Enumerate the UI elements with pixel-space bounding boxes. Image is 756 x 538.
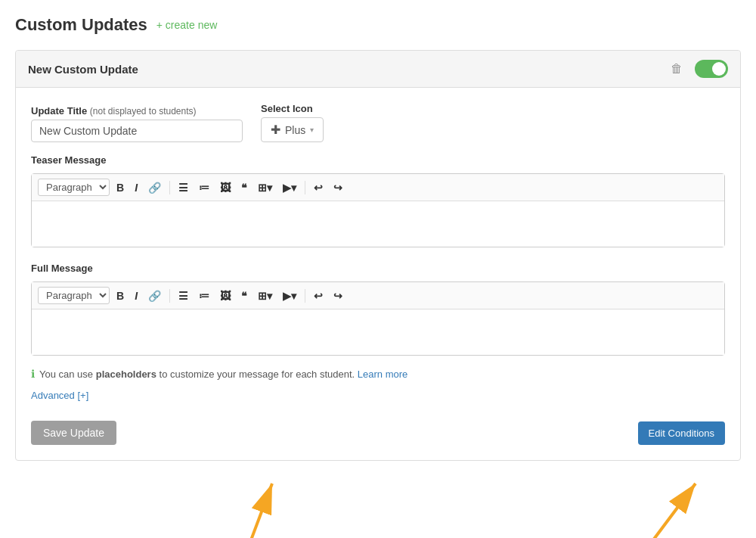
save-update-button[interactable]: Save Update: [31, 421, 116, 445]
full-bold-btn[interactable]: B: [113, 288, 128, 303]
teaser-quote-btn[interactable]: ❝: [237, 180, 251, 195]
update-title-input[interactable]: [31, 120, 243, 142]
title-icon-row: Update Title (not displayed to students)…: [31, 103, 725, 142]
update-title-label: Update Title (not displayed to students): [31, 105, 243, 117]
card-header-title: New Custom Update: [28, 63, 138, 76]
placeholder-text: You can use placeholders to customize yo…: [39, 369, 407, 380]
teaser-undo-btn[interactable]: ↩: [310, 180, 327, 195]
teaser-table-btn[interactable]: ⊞▾: [254, 180, 276, 195]
svg-line-2: [650, 484, 696, 538]
card-header: New Custom Update 🗑: [16, 51, 740, 88]
update-title-group: Update Title (not displayed to students): [31, 105, 243, 142]
trash-icon[interactable]: 🗑: [671, 62, 683, 76]
full-editor-body[interactable]: [32, 309, 724, 355]
full-italic-btn[interactable]: I: [131, 288, 141, 303]
learn-more-link[interactable]: Learn more: [358, 369, 407, 380]
full-link-btn[interactable]: 🔗: [144, 288, 165, 303]
icon-btn-label: Plus: [285, 124, 305, 136]
full-quote-btn[interactable]: ❝: [237, 288, 251, 303]
full-toolbar: Paragraph B I 🔗 ☰ ≔ 🖼 ❝ ⊞▾ ▶▾ ↩ ↪: [32, 282, 724, 309]
teaser-link-btn[interactable]: 🔗: [144, 180, 165, 195]
teaser-editor-body[interactable]: [32, 201, 724, 247]
teaser-toolbar: Paragraph B I 🔗 ☰ ≔ 🖼 ❝ ⊞▾ ▶▾ ↩ ↪: [32, 174, 724, 201]
create-new-header-link[interactable]: + create new: [156, 19, 218, 31]
teaser-italic-btn[interactable]: I: [131, 180, 141, 195]
full-video-btn[interactable]: ▶▾: [279, 288, 300, 303]
teaser-video-btn[interactable]: ▶▾: [279, 180, 300, 195]
full-table-btn[interactable]: ⊞▾: [254, 288, 276, 303]
placeholder-info: ℹ You can use placeholders to customize …: [31, 368, 725, 380]
arrows-svg: [15, 468, 756, 538]
edit-conditions-button[interactable]: Edit Conditions: [638, 421, 725, 445]
card-header-actions: 🗑: [671, 60, 728, 78]
placeholder-bold: placeholders: [96, 369, 156, 380]
toolbar-sep-4: [305, 289, 305, 303]
full-undo-btn[interactable]: ↩: [310, 288, 327, 303]
full-image-btn[interactable]: 🖼: [216, 288, 234, 303]
update-title-sublabel: (not displayed to students): [90, 106, 197, 117]
select-icon-label: Select Icon: [261, 103, 324, 114]
teaser-paragraph-select[interactable]: Paragraph: [38, 179, 110, 196]
custom-update-card: New Custom Update 🗑 Update Title (not di…: [15, 50, 741, 461]
svg-line-3: [249, 484, 272, 538]
page-header: Custom Updates + create new: [15, 15, 741, 35]
full-message-group: Full Message Paragraph B I 🔗 ☰ ≔ 🖼 ❝ ⊞▾ …: [31, 263, 725, 359]
teaser-ul-btn[interactable]: ☰: [175, 180, 192, 195]
chevron-down-icon: ▾: [310, 126, 314, 134]
toolbar-sep-2: [305, 181, 305, 194]
info-icon: ℹ: [31, 368, 35, 380]
toggle-switch[interactable]: [695, 60, 728, 78]
full-message-editor: Paragraph B I 🔗 ☰ ≔ 🖼 ❝ ⊞▾ ▶▾ ↩ ↪: [31, 281, 725, 356]
full-message-label: Full Message: [31, 263, 725, 274]
toolbar-sep-1: [169, 181, 170, 194]
teaser-image-btn[interactable]: 🖼: [216, 180, 234, 195]
teaser-bold-btn[interactable]: B: [113, 180, 128, 195]
teaser-ol-btn[interactable]: ≔: [195, 180, 213, 195]
card-body: Update Title (not displayed to students)…: [16, 88, 740, 460]
icon-select-button[interactable]: ✚ Plus ▾: [261, 117, 324, 142]
full-paragraph-select[interactable]: Paragraph: [38, 287, 110, 304]
teaser-group: Teaser Message Paragraph B I 🔗 ☰ ≔ 🖼 ❝ ⊞…: [31, 154, 725, 250]
footer-row: Save Update Edit Conditions: [31, 421, 725, 445]
plus-icon: ✚: [271, 123, 280, 137]
advanced-link[interactable]: Advanced [+]: [31, 390, 88, 401]
full-ul-btn[interactable]: ☰: [175, 288, 192, 303]
toolbar-sep-3: [169, 289, 170, 303]
teaser-redo-btn[interactable]: ↪: [330, 180, 346, 195]
arrows-container: [15, 468, 741, 538]
select-icon-group: Select Icon ✚ Plus ▾: [261, 103, 324, 142]
teaser-label: Teaser Message: [31, 154, 725, 166]
page-title: Custom Updates: [15, 15, 147, 35]
full-redo-btn[interactable]: ↪: [330, 288, 346, 303]
full-ol-btn[interactable]: ≔: [195, 288, 213, 303]
teaser-editor: Paragraph B I 🔗 ☰ ≔ 🖼 ❝ ⊞▾ ▶▾ ↩ ↪: [31, 173, 725, 247]
